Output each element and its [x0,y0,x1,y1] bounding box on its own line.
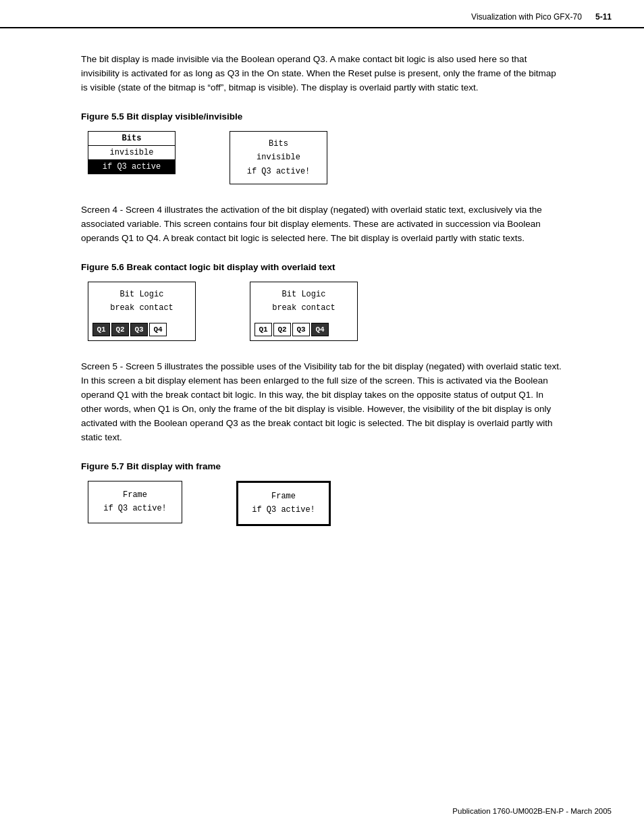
page-header: Visualization with Pico GFX-70 5-11 [0,0,644,28]
paragraph-3: Screen 5 - Screen 5 illustrates the poss… [81,360,563,445]
fig56-right-box: Bit Logic break contact Q1 Q2 Q3 Q4 [250,282,358,342]
header-section-title: Visualization with Pico GFX-70 [471,12,582,22]
fig55-left-box: Bits invisible if Q3 active [88,131,176,174]
fig56-right-bit-q4: Q4 [311,323,329,336]
figure-55-caption: Figure 5.5 Bit display visible/invisible [81,111,563,122]
fig57-right-line1: Frame [246,490,321,503]
fig55-title-row: Bits [88,132,175,146]
fig56-right-bit-q3: Q3 [292,323,310,336]
fig56-left-bits: Q1 Q2 Q3 Q4 [88,320,195,340]
figure-56-caption: Figure 5.6 Break contact logic bit displ… [81,262,563,272]
fig57-left-line1: Frame [97,488,173,502]
fig57-left-line2: if Q3 active! [97,502,173,515]
main-content: The bit display is made invisible via th… [0,28,644,585]
fig56-left-bit-q1: Q1 [92,323,110,336]
fig56-right-bits: Q1 Q2 Q3 Q4 [250,320,357,340]
fig57-right-line2: if Q3 active! [246,503,321,517]
fig56-left-line1: Bit Logic [95,288,188,301]
fig55-active-row: if Q3 active [88,160,175,174]
figure-57-caption: Figure 5.7 Bit display with frame [81,461,563,471]
fig56-left-text: Bit Logic break contact [88,282,195,321]
fig56-left-line2: break contact [95,301,188,315]
fig56-right-bit-q2: Q2 [273,323,291,336]
fig56-left-bit-q3: Q3 [130,323,148,336]
fig57-right-box: Frame if Q3 active! [236,481,331,526]
figure-57: Frame if Q3 active! Frame if Q3 active! [88,481,563,526]
header-page-number: 5-11 [595,12,612,22]
fig55-right-box: Bits invisible if Q3 active! [230,131,327,184]
fig56-left-box: Bit Logic break contact Q1 Q2 Q3 Q4 [88,282,196,342]
fig55-right-line3: if Q3 active! [237,165,320,178]
fig56-right-text: Bit Logic break contact [250,282,357,321]
fig57-left-box: Frame if Q3 active! [88,481,182,523]
footer-publication: Publication 1760-UM002B-EN-P - March 200… [452,807,612,815]
figure-56: Bit Logic break contact Q1 Q2 Q3 Q4 Bit … [88,282,563,342]
fig56-left-bit-q2: Q2 [111,323,129,336]
paragraph-1: The bit display is made invisible via th… [81,53,563,95]
figure-55: Bits invisible if Q3 active Bits invisib… [88,131,563,184]
fig56-right-line2: break contact [257,301,350,315]
fig56-right-line1: Bit Logic [257,288,350,301]
page: Visualization with Pico GFX-70 5-11 The … [0,0,644,834]
page-footer: Publication 1760-UM002B-EN-P - March 200… [452,807,612,815]
fig55-right-line2: invisible [237,151,320,164]
fig56-left-bit-q4: Q4 [149,323,167,336]
fig55-right-line1: Bits [237,137,320,151]
fig56-right-bit-q1: Q1 [254,323,272,336]
paragraph-2: Screen 4 - Screen 4 illustrates the acti… [81,203,563,246]
fig55-invisible-row: invisible [88,146,175,160]
